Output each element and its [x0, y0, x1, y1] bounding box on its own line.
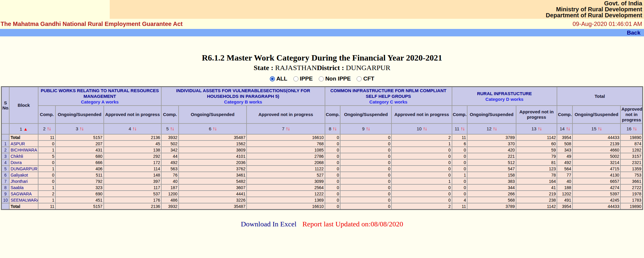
radio-icon[interactable] [357, 76, 362, 81]
sort-col-8[interactable]: 8 ↑↓ [325, 123, 340, 134]
value-cell: 1 [38, 166, 55, 172]
value-cell: 0 [452, 166, 467, 172]
value-cell: 0 [391, 147, 452, 153]
value-cell: 1 [452, 172, 467, 178]
filter-radio-cft[interactable]: CFT [357, 75, 374, 82]
block-link[interactable]: SEEMALWARA [9, 197, 38, 203]
download-excel-link[interactable]: Download In Excel [241, 220, 297, 228]
group-header-category-d: RURAL INFRASTUCTURE Category D works [452, 87, 557, 106]
sort-col-6[interactable]: 6 ↑↓ [179, 123, 247, 134]
sort-updown-icon[interactable]: ↑↓ [170, 126, 174, 132]
value-cell: 11 [38, 134, 55, 140]
value-cell: 2068 [247, 159, 325, 166]
sort-col-number: 12 [487, 126, 493, 131]
sort-updown-icon[interactable]: ↑↓ [493, 126, 497, 132]
sort-updown-icon[interactable]: ↑↓ [566, 126, 570, 132]
value-cell: 2 [391, 134, 452, 140]
value-cell: 1222 [247, 191, 325, 197]
block-link[interactable]: Galiyakot [9, 172, 38, 178]
value-cell: 207 [55, 140, 103, 147]
group-header-category-a: PUBLIC WORKS RELATING TO NATURAL RESOURC… [38, 87, 161, 106]
block-link[interactable]: ASPUR [9, 140, 38, 147]
sno-cell: 6 [1, 172, 10, 178]
value-cell: 431 [55, 147, 103, 153]
block-link[interactable]: Jhonthari [9, 178, 38, 184]
sort-col-14[interactable]: 14 ↑↓ [557, 123, 572, 134]
filter-radio-non-ippe[interactable]: Non IPPE [319, 75, 351, 82]
value-cell: 0 [340, 147, 391, 153]
value-cell: 0 [38, 172, 55, 178]
sort-updown-icon[interactable]: ↑↓ [366, 126, 370, 132]
sort-col-16[interactable]: 16 ↑↓ [620, 123, 643, 134]
block-link[interactable]: Dovra [9, 159, 38, 166]
value-cell: 0 [452, 153, 467, 159]
sort-col-7[interactable]: 7 ↑↓ [247, 123, 325, 134]
block-link[interactable]: Saabla [9, 184, 38, 191]
radio-icon[interactable] [319, 76, 324, 81]
value-cell: 11 [452, 203, 467, 210]
category-d-link[interactable]: Category D works [453, 96, 556, 102]
sort-col-12[interactable]: 12 ↑↓ [467, 123, 516, 134]
sno-cell: 1 [1, 140, 10, 147]
category-c-link[interactable]: Category C works [326, 99, 451, 105]
sort-updown-icon[interactable]: ↑↓ [461, 126, 465, 132]
sub-header-ongoing-suspended: Ongoing/Suspended [467, 106, 516, 123]
sno-cell: 4 [1, 159, 10, 166]
sort-col-1[interactable]: 1 ▲ [9, 123, 38, 134]
sort-col-10[interactable]: 10 ↑↓ [391, 123, 452, 134]
sort-updown-icon[interactable]: ↑↓ [80, 126, 83, 132]
sort-updown-icon[interactable]: ↑↓ [132, 126, 136, 132]
footer: Download In Excel Report last Updated on… [0, 220, 644, 228]
state-label: State : [254, 64, 275, 72]
sort-col-5[interactable]: 5 ↑↓ [161, 123, 179, 134]
sort-updown-icon[interactable]: ↑↓ [332, 126, 336, 132]
value-cell: 44433 [572, 203, 620, 210]
sort-col-3[interactable]: 3 ↑↓ [55, 123, 103, 134]
sort-col-number: 15 [592, 126, 598, 131]
sort-updown-icon[interactable]: ↑↓ [286, 126, 290, 132]
value-cell: 0 [340, 172, 391, 178]
sort-col-2[interactable]: 2 ↑↓ [38, 123, 55, 134]
sort-asc-icon[interactable]: ▲ [24, 126, 28, 132]
back-button[interactable]: Back [627, 30, 640, 36]
sort-updown-icon[interactable]: ↑↓ [538, 126, 541, 132]
sort-col-11[interactable]: 11 ↑↓ [452, 123, 467, 134]
sub-header-comp-: Comp. [161, 106, 179, 123]
sort-updown-icon[interactable]: ↑↓ [423, 126, 427, 132]
value-cell: 19890 [620, 203, 643, 210]
value-cell: 563 [161, 166, 179, 172]
sub-header-approved-not-in-progress: Approved not in progress [516, 106, 557, 123]
filter-radio-all[interactable]: ALL [270, 75, 287, 82]
govt-line-3: Department of Rural Development [110, 12, 642, 18]
category-b-link[interactable]: Category B works [163, 99, 323, 105]
value-cell: 40 [161, 178, 179, 184]
top-banner: Govt. of India Ministry of Rural Develop… [0, 0, 644, 19]
value-cell: 11 [452, 134, 467, 140]
sort-updown-icon[interactable]: ↑↓ [633, 126, 637, 132]
radio-icon[interactable] [293, 76, 298, 81]
block-link[interactable]: DUNGARPUR [9, 166, 38, 172]
block-link[interactable]: BICHHIWARA [9, 147, 38, 153]
sno-cell [1, 203, 10, 210]
value-cell: 2136 [104, 203, 162, 210]
group-header-category-c: COMMON INFRASTRUCTURE FOR NRLM COMPLIANT… [325, 87, 452, 106]
category-a-link[interactable]: Category A works [40, 99, 160, 105]
radio-selected-icon[interactable] [270, 76, 275, 81]
sort-updown-icon[interactable]: ↑↓ [47, 126, 51, 132]
filter-radio-ippe[interactable]: IPPE [293, 75, 313, 82]
value-cell: 1085 [247, 147, 325, 153]
value-cell: 2722 [620, 184, 643, 191]
value-cell: 486 [161, 197, 179, 203]
block-link[interactable]: Chikhli [9, 153, 38, 159]
sort-updown-icon[interactable]: ↑↓ [597, 126, 601, 132]
group-title: Total [558, 93, 641, 99]
sort-col-9[interactable]: 9 ↑↓ [340, 123, 391, 134]
value-cell: 5 [38, 153, 55, 159]
value-cell: 0 [38, 178, 55, 184]
sort-col-15[interactable]: 15 ↑↓ [572, 123, 620, 134]
block-link[interactable]: SAGWARA [9, 191, 38, 197]
sort-col-4[interactable]: 4 ↑↓ [104, 123, 162, 134]
sort-col-13[interactable]: 13 ↑↓ [516, 123, 557, 134]
filter-label: Non IPPE [325, 75, 351, 82]
sort-updown-icon[interactable]: ↑↓ [213, 126, 216, 132]
